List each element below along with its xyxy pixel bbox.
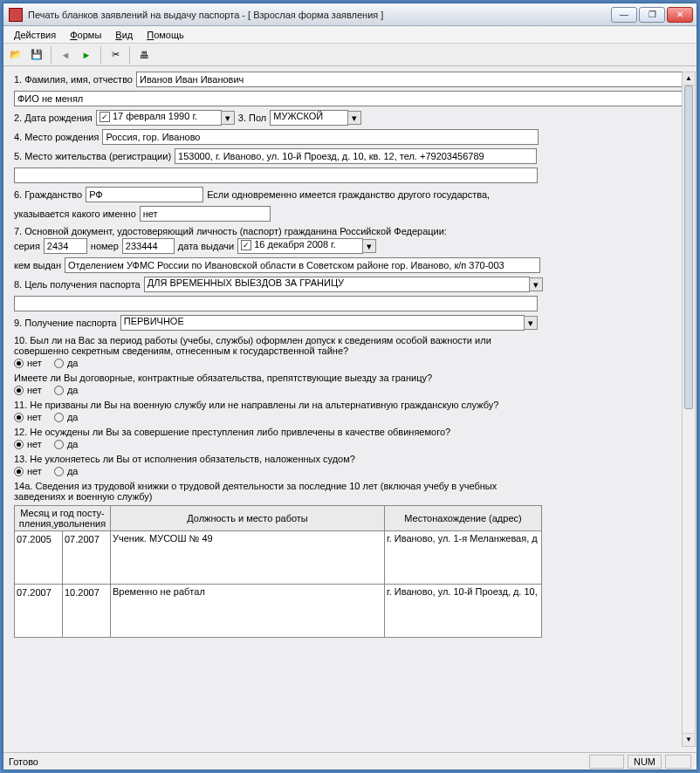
print-icon[interactable]: 🖶 [134,45,154,65]
prev-icon[interactable]: ◄ [56,45,75,65]
toolbar-sep-2 [100,46,101,64]
status-ready: Готово [9,756,38,767]
window-title: Печать бланков заявлений на выдачу паспо… [28,10,611,20]
toolbar-sep-3 [129,46,130,64]
q11-radio: нет да [14,412,686,422]
sex-field[interactable]: МУЖСКОЙ ▾ [270,110,361,126]
status-num: NUM [628,755,662,769]
address-field-2[interactable] [14,168,538,183]
q13-radio: нет да [14,466,686,476]
form-content: 1. Фамилия, имя, отчество 2. Дата рожден… [3,66,697,752]
dropdown-arrow-icon[interactable]: ▾ [221,111,235,125]
q10-yes[interactable]: да [54,358,79,368]
dropdown-arrow-icon[interactable]: ▾ [347,111,361,125]
label-issuedate: дата выдачи [178,241,234,251]
fullname-field[interactable] [136,72,686,87]
receiving-field[interactable]: ПЕРВИЧНОЕ ▾ [120,315,686,331]
toolbar: 📂 💾 ◄ ► ✂ 🖶 [3,44,697,66]
label-receiving: 9. Получение паспорта [14,318,117,328]
birthplace-field[interactable] [102,129,539,145]
check-icon: ✓ [241,240,251,250]
other-citizenship-field[interactable] [140,206,271,222]
label-fullname: 1. Фамилия, имя, отчество [14,74,133,85]
label-series: серия [14,241,40,251]
citizenship-field[interactable] [86,187,203,202]
label-number: номер [91,241,119,251]
birthdate-field[interactable]: ✓ 17 февраля 1990 г. ▾ [96,110,235,126]
issuedate-field[interactable]: ✓ 16 декабря 2008 г. ▾ [237,238,376,254]
q10b-yes[interactable]: да [54,385,79,395]
cut-icon[interactable]: ✂ [106,45,125,65]
menu-forms[interactable]: Формы [63,29,108,41]
q12-no[interactable]: нет [14,439,42,449]
q13-yes[interactable]: да [54,466,79,476]
issuedby-field[interactable] [65,257,540,273]
work-history-table: Месяц и год посту- пления,увольнения Дол… [14,505,542,638]
status-panel-3 [665,755,691,769]
row1-address[interactable]: г. Иваново, ул. 1-я Меланжевая, д [385,531,541,584]
q11-no[interactable]: нет [14,412,42,422]
open-icon[interactable]: 📂 [6,45,25,65]
dropdown-arrow-icon[interactable]: ▾ [524,316,538,330]
label-birthdate: 2. Дата рождения [14,113,93,123]
app-window: Печать бланков заявлений на выдачу паспо… [3,3,697,770]
menu-actions[interactable]: Действия [7,29,63,41]
close-button[interactable]: ✕ [667,7,693,23]
scroll-down-icon[interactable]: ▼ [683,733,695,746]
dropdown-arrow-icon[interactable]: ▾ [529,277,543,291]
other-citizenship-text2: указывается какого именно [14,209,136,219]
q10b-no[interactable]: нет [14,385,42,395]
app-icon [9,8,23,22]
address-field[interactable] [175,148,537,164]
question-14a: 14а. Сведения из трудовой книжки о трудо… [14,481,538,502]
question-10: 10. Был ли на Вас за период работы (учеб… [14,335,529,356]
titlebar[interactable]: Печать бланков заявлений на выдачу паспо… [3,3,697,26]
label-purpose: 8. Цель получения паспорта [14,279,141,290]
q10-no[interactable]: нет [14,358,42,368]
label-passport: 7. Основной документ, удостоверяющий лич… [14,226,686,236]
menu-help[interactable]: Помощь [140,29,191,41]
dropdown-arrow-icon[interactable]: ▾ [362,239,376,253]
q11-yes[interactable]: да [54,412,79,422]
row2-address[interactable]: г. Иваново, ул. 10-й Проезд, д. 10, [385,585,541,637]
toolbar-sep-1 [51,46,51,64]
maximize-button[interactable]: ❐ [639,7,665,23]
scroll-thumb[interactable] [684,86,693,409]
row1-to[interactable] [63,531,110,547]
row2-position[interactable]: Временно не рабтал [111,585,384,637]
statusbar: Готово NUM [3,752,697,770]
q10-radio: нет да [14,358,686,368]
q13-no[interactable]: нет [14,466,42,476]
question-12: 12. Не осуждены ли Вы за совершение прес… [14,427,686,437]
purpose-field-2[interactable] [14,296,538,311]
label-sex: 3. Пол [238,113,266,123]
next-icon[interactable]: ► [77,45,96,65]
table-col-location: Местонахождение (адрес) [385,506,542,531]
q12-yes[interactable]: да [54,439,79,449]
question-13: 13. Не уклоняетесь ли Вы от исполнения о… [14,454,686,464]
fio-changed-field[interactable] [14,91,686,106]
series-field[interactable] [44,238,87,254]
row1-position[interactable]: Ученик. МУСОШ № 49 [111,531,384,584]
label-birthplace: 4. Место рождения [14,132,99,142]
check-icon: ✓ [100,112,110,122]
menu-view[interactable]: Вид [108,29,140,41]
row2-to[interactable] [63,585,110,600]
question-11: 11. Не призваны ли Вы на военную службу … [14,400,686,410]
row2-from[interactable] [15,585,62,600]
number-field[interactable] [122,238,175,254]
minimize-button[interactable]: — [611,7,637,23]
label-issuedby: кем выдан [14,260,61,270]
menubar: Действия Формы Вид Помощь [3,26,697,44]
row1-from[interactable] [15,531,62,547]
question-10b: Имеете ли Вы договорные, контрактные обя… [14,373,686,383]
vertical-scrollbar[interactable]: ▲ ▼ [682,72,696,747]
save-icon[interactable]: 💾 [27,45,46,65]
label-citizenship: 6. Гражданство [14,189,82,200]
scroll-up-icon[interactable]: ▲ [683,72,695,86]
table-col-dates: Месяц и год посту- пления,увольнения [15,506,111,531]
table-row: Временно не рабтал г. Иваново, ул. 10-й … [15,585,542,638]
other-citizenship-text: Если одновременно имеется гражданство др… [207,189,490,200]
table-row: Ученик. МУСОШ № 49 г. Иваново, ул. 1-я М… [15,531,542,585]
purpose-field[interactable]: ДЛЯ ВРЕМЕННЫХ ВЫЕЗДОВ ЗА ГРАНИЦУ ▾ [144,277,686,292]
